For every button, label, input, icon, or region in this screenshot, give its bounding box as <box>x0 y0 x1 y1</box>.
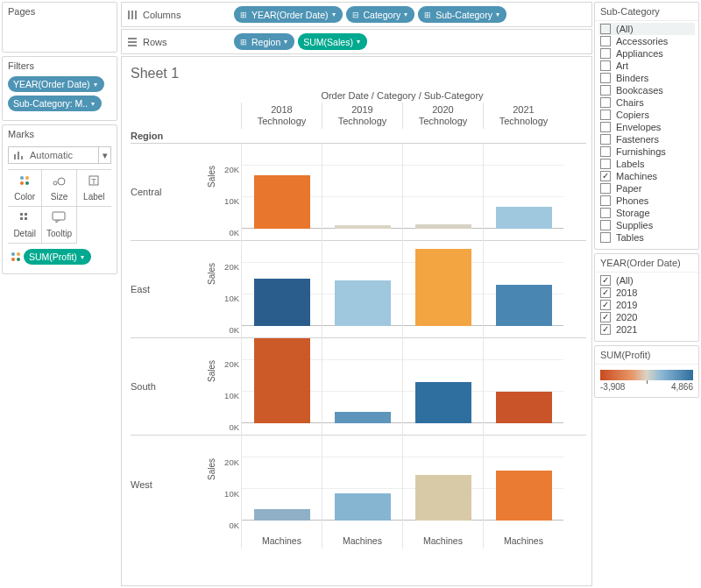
option-label: Supplies <box>616 220 653 230</box>
option-label: Labels <box>616 159 644 169</box>
bar[interactable] <box>254 338 310 423</box>
bar[interactable] <box>254 509 310 521</box>
chart-cell <box>322 436 402 533</box>
shelf-pill-label: SUM(Sales) <box>303 37 353 47</box>
column-footer: Machines <box>483 533 563 549</box>
bar[interactable] <box>496 471 552 521</box>
subcategory-option[interactable]: Copiers <box>598 109 695 121</box>
chart-cell <box>483 241 563 338</box>
subcategory-option[interactable]: Fasteners <box>598 133 695 145</box>
subcategory-option[interactable]: Binders <box>598 72 695 84</box>
subcategory-option[interactable]: Envelopes <box>598 121 695 133</box>
shelf-pill[interactable]: ⊞Region▾ <box>234 33 294 50</box>
marks-detail-button[interactable]: Detail <box>8 207 42 244</box>
subcategory-option[interactable]: Art <box>598 60 695 72</box>
option-label: Appliances <box>616 48 663 59</box>
year-option[interactable]: (All) <box>598 274 695 287</box>
shelf-pill[interactable]: ⊞Sub-Category▾ <box>418 6 506 23</box>
legend-min: -3,908 <box>600 382 625 392</box>
option-label: 2019 <box>616 300 637 310</box>
chart-cell <box>241 436 322 533</box>
subcategory-option[interactable]: Furnishings <box>598 145 695 158</box>
subcategory-option[interactable]: Chairs <box>598 96 695 109</box>
rows-label: Rows <box>143 37 230 47</box>
subcategory-option[interactable]: Tables <box>598 231 695 244</box>
year-option[interactable]: 2020 <box>598 311 695 323</box>
bar[interactable] <box>496 392 552 423</box>
shelf-pill-label: Category <box>364 10 401 20</box>
viz-canvas[interactable]: Sheet 1 Order Date / Category / Sub-Cate… <box>121 56 592 586</box>
subcategory-option[interactable]: Paper <box>598 182 695 195</box>
year-option[interactable]: 2021 <box>598 323 695 336</box>
shelf-pill[interactable]: ⊞YEAR(Order Date)▾ <box>234 6 343 23</box>
svg-point-16 <box>11 252 15 256</box>
bar[interactable] <box>335 493 391 521</box>
bar[interactable] <box>415 249 471 326</box>
bar[interactable] <box>254 175 310 229</box>
sidebar-right: Sub-Category (All)AccessoriesAppliancesA… <box>594 0 701 588</box>
subcategory-option[interactable]: Supplies <box>598 219 695 231</box>
bar[interactable] <box>335 412 391 423</box>
subcategory-option[interactable]: Storage <box>598 207 695 219</box>
bar[interactable] <box>415 475 471 521</box>
shelf-pill[interactable]: ⊟Category▾ <box>346 6 415 23</box>
bar[interactable] <box>415 224 471 229</box>
y-axis-tick: 20K <box>224 165 239 174</box>
option-label: Chairs <box>616 97 644 108</box>
year-filter-title: YEAR(Order Date) <box>595 254 698 273</box>
subcategory-option[interactable]: (All) <box>598 23 695 35</box>
bar[interactable] <box>254 279 310 326</box>
tooltip-icon <box>52 211 66 227</box>
svg-point-17 <box>17 252 20 256</box>
expand-icon: ⊟ <box>351 11 360 19</box>
subcategory-option[interactable]: Phones <box>598 195 695 207</box>
subcategory-option[interactable]: Accessories <box>598 35 695 47</box>
option-label: (All) <box>616 24 634 34</box>
svg-rect-1 <box>18 152 19 159</box>
expand-icon: ⊞ <box>239 38 248 46</box>
year-option[interactable]: 2019 <box>598 299 695 311</box>
marks-title: Marks <box>8 129 111 143</box>
bar[interactable] <box>415 382 471 423</box>
pages-shelf[interactable]: Pages <box>2 2 117 53</box>
label-icon: T <box>88 174 100 190</box>
marks-label-button[interactable]: TLabel <box>77 170 111 207</box>
option-label: 2020 <box>616 312 637 322</box>
checkbox-icon <box>600 48 611 59</box>
marks-size-button[interactable]: Size <box>42 170 76 207</box>
checkbox-icon <box>600 208 611 218</box>
filter-pill[interactable]: YEAR(Order Date)▾ <box>8 76 104 92</box>
chart-cell <box>322 144 402 241</box>
chart-cell <box>483 338 563 436</box>
shelf-pill[interactable]: SUM(Sales)▾ <box>298 33 367 50</box>
option-label: Binders <box>616 73 648 83</box>
marks-color-pill[interactable]: SUM(Profit) ▾ <box>24 249 91 265</box>
subcategory-option[interactable]: Bookcases <box>598 84 695 96</box>
marks-color-button[interactable]: Color <box>8 170 42 207</box>
filters-title: Filters <box>8 60 111 74</box>
filters-shelf[interactable]: Filters YEAR(Order Date)▾Sub-Category: M… <box>2 56 117 121</box>
y-axis-tick: 20K <box>224 457 239 467</box>
subcategory-option[interactable]: Machines <box>598 170 695 182</box>
option-label: Paper <box>616 183 641 194</box>
svg-rect-22 <box>135 11 137 19</box>
subcategory-option[interactable]: Appliances <box>598 47 695 60</box>
bar[interactable] <box>496 285 552 326</box>
column-footer: Machines <box>322 533 402 549</box>
svg-rect-24 <box>128 41 137 43</box>
bar[interactable] <box>335 225 391 229</box>
region-row: SouthSales0K10K20K <box>131 338 586 436</box>
bar[interactable] <box>335 280 391 326</box>
rows-shelf[interactable]: Rows ⊞Region▾SUM(Sales)▾ <box>121 29 592 54</box>
marks-cell-label: Size <box>51 192 67 202</box>
marks-tooltip-button[interactable]: Tooltip <box>42 207 76 244</box>
subcategory-option[interactable]: Labels <box>598 158 695 170</box>
region-row: EastSales0K10K20K <box>131 241 586 338</box>
option-label: Tables <box>616 232 644 243</box>
marks-type-dropdown[interactable]: Automatic ▾ <box>8 146 111 164</box>
year-option[interactable]: 2018 <box>598 287 695 299</box>
columns-shelf[interactable]: Columns ⊞YEAR(Order Date)▾⊟Category▾⊞Sub… <box>121 2 592 27</box>
filter-pill[interactable]: Sub-Category: M..▾ <box>8 96 102 111</box>
bar[interactable] <box>496 207 552 229</box>
checkbox-icon <box>600 110 611 120</box>
